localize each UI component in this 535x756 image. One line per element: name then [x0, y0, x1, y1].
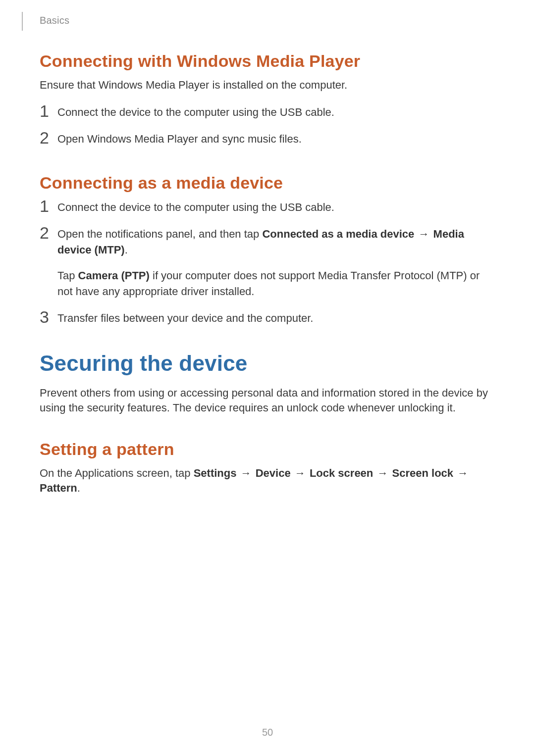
breadcrumb-rule	[22, 12, 23, 31]
list-text: Open the notifications panel, and then t…	[57, 226, 495, 300]
breadcrumb: Basics	[40, 15, 495, 29]
text-fragment: Tap	[57, 269, 78, 282]
text-fragment: .	[77, 482, 80, 494]
list-number: 1	[40, 102, 57, 119]
ordered-list: 1 Connect the device to the computer usi…	[40, 104, 495, 147]
paragraph: Prevent others from using or accessing p…	[40, 386, 495, 415]
bold-text: Device	[256, 467, 291, 479]
list-item: 2 Open Windows Media Player and sync mus…	[40, 131, 495, 147]
bold-text: Camera (PTP)	[78, 269, 150, 282]
bold-text: Settings	[194, 467, 237, 479]
bold-text: Connected as a media device	[262, 228, 414, 240]
heading-setting-pattern: Setting a pattern	[40, 440, 495, 459]
text-fragment: Open the notifications panel, and then t…	[57, 228, 262, 240]
text-fragment: .	[125, 244, 128, 256]
breadcrumb-text: Basics	[40, 15, 69, 26]
list-item: 2 Open the notifications panel, and then…	[40, 226, 495, 300]
sub-paragraph: Tap Camera (PTP) if your computer does n…	[57, 268, 495, 300]
list-text: Open Windows Media Player and sync music…	[57, 131, 302, 147]
list-item: 1 Connect the device to the computer usi…	[40, 104, 495, 120]
paragraph: Ensure that Windows Media Player is inst…	[40, 78, 495, 93]
list-item: 3 Transfer files between your device and…	[40, 310, 495, 326]
list-text: Transfer files between your device and t…	[57, 310, 313, 326]
arrow-icon: →	[417, 228, 430, 240]
heading-connecting-wmp: Connecting with Windows Media Player	[40, 51, 495, 71]
bold-text: Lock screen	[310, 467, 373, 479]
document-page: Basics Connecting with Windows Media Pla…	[0, 0, 535, 756]
ordered-list: 1 Connect the device to the computer usi…	[40, 200, 495, 326]
paragraph: On the Applications screen, tap Settings…	[40, 466, 495, 495]
bold-text: Pattern	[40, 482, 77, 494]
heading-securing-device: Securing the device	[40, 351, 495, 376]
text-fragment: On the Applications screen, tap	[40, 467, 194, 479]
list-number: 3	[40, 308, 57, 325]
arrow-icon: →	[456, 467, 469, 479]
heading-connecting-media-device: Connecting as a media device	[40, 173, 495, 193]
arrow-icon: →	[240, 467, 253, 479]
page-number: 50	[0, 727, 535, 738]
list-text: Connect the device to the computer using…	[57, 200, 334, 215]
arrow-icon: →	[294, 467, 307, 479]
arrow-icon: →	[376, 467, 389, 479]
list-number: 2	[40, 129, 57, 146]
bold-text: Screen lock	[392, 467, 454, 479]
list-number: 1	[40, 198, 57, 214]
list-text: Connect the device to the computer using…	[57, 104, 334, 120]
list-number: 2	[40, 224, 57, 241]
list-item: 1 Connect the device to the computer usi…	[40, 200, 495, 215]
